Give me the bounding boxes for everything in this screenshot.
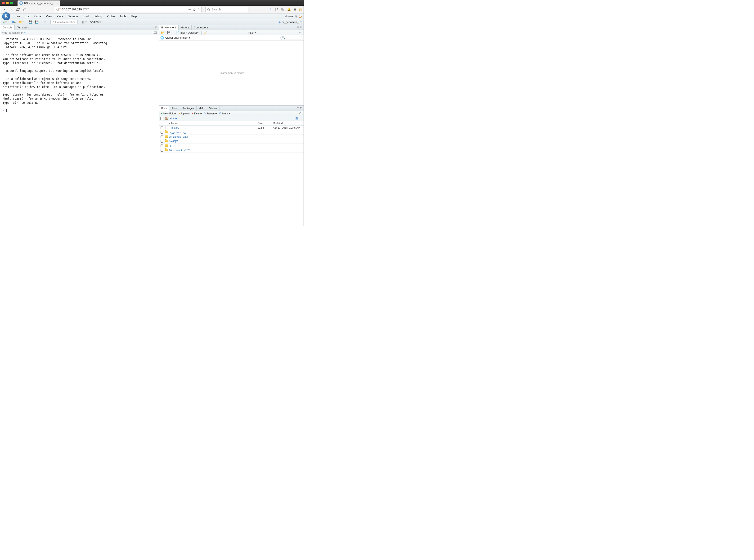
downloads-icon[interactable]: ⬇: [270, 8, 272, 11]
col-modified[interactable]: Modified: [273, 122, 304, 125]
more-button[interactable]: ⚙More ▾: [218, 112, 231, 115]
open-file-button[interactable]: 📂▾: [18, 20, 25, 24]
delete-button[interactable]: ●Delete: [191, 112, 202, 115]
save-workspace-button[interactable]: 💾: [166, 31, 171, 34]
tab-packages[interactable]: Packages: [180, 106, 197, 111]
file-checkbox[interactable]: [161, 144, 163, 147]
tab-environment[interactable]: Environment: [159, 25, 179, 30]
reload-button[interactable]: [15, 7, 21, 12]
refresh-files-icon[interactable]: ⟳: [299, 112, 302, 115]
tab-help[interactable]: Help: [197, 106, 207, 111]
url-bar[interactable]: ⓘ ⃠ 34.207.167.219:8787 ⋯ ◒ ☆: [55, 7, 202, 12]
tab-plots[interactable]: Plots: [169, 106, 180, 111]
clear-console-icon[interactable]: ⌫: [153, 31, 157, 34]
file-row[interactable]: R: [159, 143, 304, 148]
close-tab-icon[interactable]: ×: [28, 26, 29, 29]
bookmark-star-icon[interactable]: ☆: [197, 8, 200, 11]
more-paths-icon[interactable]: …: [299, 117, 302, 120]
menu-item-profile[interactable]: Profile: [104, 15, 117, 18]
env-scope[interactable]: Global Environment ▾: [165, 36, 190, 39]
tab-terminal[interactable]: Terminal×: [15, 25, 32, 30]
file-checkbox[interactable]: [161, 140, 163, 143]
file-row[interactable]: dc_genomics_r: [159, 130, 304, 135]
menu-item-debug[interactable]: Debug: [91, 15, 104, 18]
new-tab-button[interactable]: +: [62, 1, 64, 5]
console-output[interactable]: R version 3.4.4 (2018-03-15) -- "Someone…: [0, 35, 159, 226]
back-button[interactable]: [2, 7, 7, 12]
site-info-icon[interactable]: ⓘ: [56, 7, 59, 12]
col-size[interactable]: Size: [258, 122, 273, 125]
refresh-env-icon[interactable]: ⟳: [299, 31, 302, 34]
close-window-button[interactable]: [2, 2, 5, 4]
sidebar-icon[interactable]: ▣: [294, 8, 296, 11]
sort-asc-icon[interactable]: ▲: [169, 122, 171, 124]
path-go-icon[interactable]: ➪: [24, 31, 26, 34]
menu-item-plots[interactable]: Plots: [55, 15, 66, 18]
library-icon[interactable]: |||\: [275, 8, 278, 11]
menu-item-session[interactable]: Session: [65, 15, 80, 18]
tab-connections[interactable]: Connections: [191, 25, 211, 30]
home-icon[interactable]: 🏠: [165, 117, 168, 120]
r-badge-icon[interactable]: R: [296, 117, 299, 120]
file-checkbox[interactable]: [161, 126, 163, 129]
file-row[interactable]: .Rhistory224 BApr 17, 2018, 10:45 AM: [159, 125, 304, 130]
file-checkbox[interactable]: [161, 136, 163, 138]
tab-history[interactable]: History: [179, 25, 191, 30]
breadcrumb-home[interactable]: Home: [170, 117, 177, 120]
rename-button[interactable]: ✎Rename: [203, 112, 218, 115]
browser-tab[interactable]: R RStudio - dc_genomics_r ×: [18, 0, 60, 6]
tab-files[interactable]: Files: [159, 106, 169, 111]
sign-out-icon[interactable]: ⎘: [295, 15, 297, 18]
grid-button[interactable]: ▦ ▾: [81, 20, 87, 24]
file-name[interactable]: Trimmomatic-0.32: [169, 149, 258, 152]
print-button[interactable]: 🖨: [43, 20, 47, 24]
file-name[interactable]: dc_genomics_r: [169, 131, 258, 134]
search-box[interactable]: Search: [205, 7, 248, 12]
addins-button[interactable]: Addins ▾: [88, 20, 102, 24]
clear-env-icon[interactable]: 🧹: [203, 31, 208, 34]
file-name[interactable]: .Rhistory: [169, 126, 258, 129]
file-row[interactable]: Trimmomatic-0.32: [159, 148, 304, 153]
upload-button[interactable]: ●Upload: [178, 112, 190, 115]
notification-icon[interactable]: 🔔: [287, 8, 291, 11]
project-name[interactable]: dc_genomics_r: [282, 21, 299, 23]
file-row[interactable]: FastQC: [159, 139, 304, 143]
save-button[interactable]: 💾: [28, 20, 33, 24]
new-file-button[interactable]: ●▾: [2, 20, 7, 24]
hamburger-icon[interactable]: ▤: [299, 8, 302, 11]
page-actions-icon[interactable]: ⋯: [188, 8, 191, 11]
menu-item-build[interactable]: Build: [80, 15, 91, 18]
file-name[interactable]: dc_sample_data: [169, 135, 258, 138]
power-icon[interactable]: ⏻: [298, 15, 302, 18]
file-row[interactable]: dc_sample_data: [159, 135, 304, 139]
pocket-icon[interactable]: ◒: [193, 8, 196, 11]
file-checkbox[interactable]: [161, 149, 163, 152]
tab-viewer[interactable]: Viewer: [207, 106, 220, 111]
menu-item-edit[interactable]: Edit: [22, 15, 32, 18]
col-name[interactable]: Name: [171, 122, 178, 125]
maximize-pane-icon[interactable]: ⊡: [300, 26, 302, 29]
maximize-pane-icon[interactable]: ⊡: [300, 106, 302, 110]
minimize-pane-icon[interactable]: ⊟: [297, 26, 299, 29]
file-checkbox[interactable]: [161, 131, 163, 134]
minimize-window-button[interactable]: [6, 2, 9, 4]
new-folder-button[interactable]: ●New Folder: [160, 112, 177, 115]
save-all-button[interactable]: 💾: [34, 20, 40, 24]
go-to-file-input[interactable]: ↗ Go to file/function: [50, 20, 78, 24]
file-name[interactable]: FastQC: [169, 140, 258, 143]
menu-item-help[interactable]: Help: [128, 15, 139, 18]
minimize-pane-icon[interactable]: ⊟: [297, 106, 299, 110]
forward-button[interactable]: [9, 7, 14, 12]
popout-icon[interactable]: ⧉: [155, 26, 157, 29]
select-all-checkbox[interactable]: [160, 117, 163, 120]
menu-item-code[interactable]: Code: [32, 15, 44, 18]
new-project-button[interactable]: ⬣▸: [11, 20, 17, 24]
import-dataset-button[interactable]: 📄 Import Dataset ▾: [175, 31, 199, 34]
env-search[interactable]: 🔍: [280, 36, 302, 40]
home-button[interactable]: [22, 7, 27, 12]
evernote-icon[interactable]: 🐘: [281, 8, 284, 11]
menu-item-tools[interactable]: Tools: [117, 15, 128, 18]
file-name[interactable]: R: [169, 144, 258, 147]
menu-item-view[interactable]: View: [44, 15, 55, 18]
close-tab-icon[interactable]: ×: [57, 2, 58, 4]
